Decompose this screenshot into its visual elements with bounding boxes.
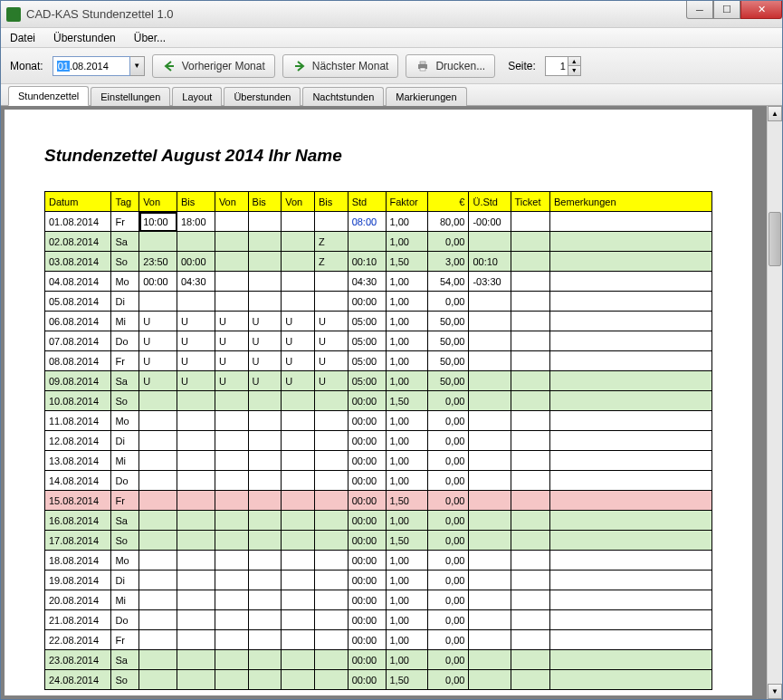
cell-b2[interactable] (248, 630, 282, 650)
cell-b2[interactable] (248, 212, 282, 232)
cell-eur[interactable]: 0,00 (427, 590, 469, 610)
cell-ticket[interactable] (511, 292, 550, 312)
cell-b2[interactable] (248, 451, 282, 471)
cell-date[interactable]: 24.08.2014 (45, 670, 111, 690)
cell-v3[interactable] (282, 630, 315, 650)
cell-eur[interactable]: 0,00 (427, 650, 469, 670)
cell-date[interactable]: 23.08.2014 (45, 650, 111, 670)
cell-fak[interactable]: 1,00 (386, 471, 427, 491)
cell-bem[interactable] (550, 292, 712, 312)
cell-b3[interactable] (314, 670, 348, 690)
cell-b1[interactable] (177, 590, 215, 610)
cell-ustd[interactable] (469, 650, 511, 670)
cell-v3[interactable]: U (282, 351, 315, 371)
cell-eur[interactable]: 3,00 (427, 252, 469, 272)
cell-std[interactable]: 00:00 (348, 411, 386, 431)
cell-b1[interactable] (177, 531, 215, 551)
cell-ustd[interactable] (469, 571, 511, 590)
cell-v2[interactable] (215, 451, 248, 471)
cell-std[interactable]: 00:00 (348, 431, 386, 451)
cell-b3[interactable] (314, 491, 348, 511)
cell-std[interactable]: 05:00 (348, 312, 386, 331)
cell-bem[interactable] (550, 371, 712, 391)
cell-ustd[interactable] (469, 471, 511, 491)
cell-v1[interactable]: 23:50 (139, 252, 177, 272)
tab-stundenzettel[interactable]: Stundenzettel (8, 86, 89, 106)
cell-tag[interactable]: Sa (111, 511, 139, 531)
cell-std[interactable]: 04:30 (348, 272, 386, 292)
table-row[interactable]: 02.08.2014SaZ1,000,00 (45, 232, 712, 252)
table-row[interactable]: 05.08.2014Di00:001,000,00 (45, 292, 712, 312)
cell-b2[interactable]: U (248, 312, 282, 331)
cell-eur[interactable]: 50,00 (427, 351, 469, 371)
cell-v3[interactable] (282, 411, 315, 431)
cell-tag[interactable]: Do (111, 331, 139, 351)
cell-b2[interactable] (248, 551, 282, 571)
cell-std[interactable]: 00:00 (348, 571, 386, 590)
cell-v1[interactable] (139, 590, 177, 610)
cell-tag[interactable]: Fr (111, 351, 139, 371)
cell-std[interactable]: 00:00 (348, 650, 386, 670)
cell-v2[interactable] (215, 531, 248, 551)
cell-ustd[interactable] (469, 411, 511, 431)
cell-b3[interactable] (314, 431, 348, 451)
cell-b2[interactable] (248, 571, 282, 590)
cell-ticket[interactable] (511, 491, 550, 511)
cell-fak[interactable]: 1,00 (386, 331, 427, 351)
cell-v3[interactable]: U (282, 371, 315, 391)
cell-ustd[interactable] (469, 351, 511, 371)
table-row[interactable]: 01.08.2014Fr10:0018:0008:001,0080,00-00:… (45, 212, 712, 232)
cell-tag[interactable]: So (111, 531, 139, 551)
cell-b3[interactable] (314, 272, 348, 292)
cell-bem[interactable] (550, 451, 712, 471)
cell-tag[interactable]: Mo (111, 411, 139, 431)
cell-eur[interactable]: 0,00 (427, 670, 469, 690)
cell-b3[interactable]: U (314, 331, 348, 351)
cell-b1[interactable] (177, 391, 215, 411)
table-row[interactable]: 24.08.2014So00:001,500,00 (45, 670, 712, 690)
next-month-button[interactable]: Nächster Monat (282, 54, 399, 78)
cell-v2[interactable] (215, 212, 248, 232)
cell-date[interactable]: 03.08.2014 (45, 252, 111, 272)
cell-bem[interactable] (550, 571, 712, 590)
cell-bem[interactable] (550, 351, 712, 371)
cell-std[interactable]: 00:00 (348, 391, 386, 411)
cell-ustd[interactable] (469, 451, 511, 471)
cell-b1[interactable] (177, 571, 215, 590)
cell-ustd[interactable] (469, 630, 511, 650)
cell-tag[interactable]: Fr (111, 212, 139, 232)
table-row[interactable]: 22.08.2014Fr00:001,000,00 (45, 630, 712, 650)
table-row[interactable]: 23.08.2014Sa00:001,000,00 (45, 650, 712, 670)
cell-tag[interactable]: So (111, 391, 139, 411)
cell-ustd[interactable] (469, 511, 511, 531)
cell-b3[interactable] (314, 451, 348, 471)
titlebar[interactable]: CAD-KAS Stundenzettel 1.0 ─ ☐ ✕ (1, 1, 782, 28)
table-row[interactable]: 08.08.2014FrUUUUUU05:001,0050,00 (45, 351, 712, 371)
cell-bem[interactable] (550, 411, 712, 431)
cell-b1[interactable] (177, 292, 215, 312)
cell-eur[interactable]: 54,00 (427, 272, 469, 292)
cell-date[interactable]: 19.08.2014 (45, 571, 111, 590)
cell-date[interactable]: 10.08.2014 (45, 391, 111, 411)
tab-markierungen[interactable]: Markierungen (386, 87, 466, 106)
cell-std[interactable]: 00:00 (348, 491, 386, 511)
cell-eur[interactable]: 50,00 (427, 312, 469, 331)
close-button[interactable]: ✕ (740, 1, 782, 19)
cell-std[interactable]: 00:00 (348, 292, 386, 312)
cell-b1[interactable]: 04:30 (177, 272, 215, 292)
cell-v1[interactable] (139, 451, 177, 471)
cell-date[interactable]: 11.08.2014 (45, 411, 111, 431)
cell-b1[interactable] (177, 511, 215, 531)
cell-bem[interactable] (550, 212, 712, 232)
cell-bem[interactable] (550, 531, 712, 551)
cell-bem[interactable] (550, 391, 712, 411)
cell-b3[interactable] (314, 650, 348, 670)
cell-v1[interactable]: U (139, 351, 177, 371)
minimize-button[interactable]: ─ (686, 1, 713, 19)
cell-b3[interactable] (314, 411, 348, 431)
cell-bem[interactable] (550, 491, 712, 511)
cell-ustd[interactable] (469, 670, 511, 690)
tab-einstellungen[interactable]: Einstellungen (91, 87, 170, 106)
cell-bem[interactable] (550, 551, 712, 571)
cell-fak[interactable]: 1,00 (386, 351, 427, 371)
